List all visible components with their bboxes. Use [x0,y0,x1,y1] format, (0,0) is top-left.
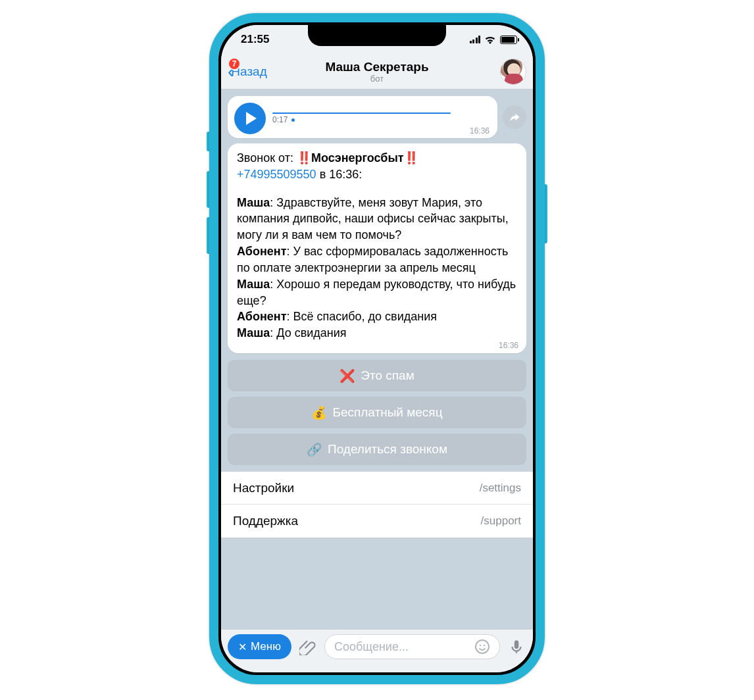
transcript-line: Маша: До свидания [237,325,517,341]
notch [308,25,446,46]
status-time: 21:55 [241,33,269,46]
transcript-line: Маша: Здравствуйте, меня зовут Мария, эт… [237,195,517,243]
nav-bar: ‹ Назад 7 Маша Секретарь бот [221,54,533,89]
chat-area[interactable]: 0:17 16:36 Звонок от: ‼️Мосэнергосбыт‼️ [221,89,533,629]
nav-title: Маша Секретарь бот [221,60,533,84]
free-month-button[interactable]: 💰 Бесплатный месяц [228,397,526,428]
cellular-signal-icon [470,36,481,43]
status-right [470,36,518,44]
command-label: Настройки [233,481,294,495]
svg-point-0 [476,640,489,653]
share-call-button[interactable]: 🔗 Поделиться звонком [228,434,526,465]
transcript-header: Звонок от: ‼️Мосэнергосбыт‼️ [237,150,517,166]
transcript-line: Абонент: Всё спасибо, до свидания [237,309,517,325]
money-icon: 💰 [311,405,327,420]
share-call-button-label: Поделиться звонком [328,442,447,457]
message-time: 16:36 [470,126,490,136]
command-row[interactable]: Поддержка/support [221,505,533,538]
speaker-name: Маша [237,278,270,291]
transcript-bubble[interactable]: Звонок от: ‼️Мосэнергосбыт‼️ +7499550955… [228,143,526,353]
paperclip-icon [299,638,316,655]
menu-button[interactable]: ✕ Меню [228,634,291,659]
input-bar: ✕ Меню Сообщение... [221,629,533,672]
unread-badge: 7 [228,57,241,70]
cross-icon: ❌ [339,368,355,384]
svg-point-1 [480,645,481,646]
bangbang-icon: ‼️ [297,151,311,164]
phone-frame: 21:55 ‹ Назад 7 Маша Секретарь бот [209,13,545,684]
voice-message-row: 0:17 16:36 [228,96,526,138]
unplayed-dot-icon [291,118,295,122]
voice-message-bubble[interactable]: 0:17 16:36 [228,96,497,138]
back-button[interactable]: ‹ Назад 7 [228,63,267,81]
phone-link[interactable]: +74995509550 [237,168,316,181]
message-placeholder: Сообщение... [334,640,409,654]
chat-subtitle: бот [221,74,533,84]
forward-icon [509,111,520,123]
message-input[interactable]: Сообщение... [324,634,500,659]
command-panel: Настройки/settingsПоддержка/support [221,472,533,538]
spam-button[interactable]: ❌ Это спам [228,360,526,391]
command-row[interactable]: Настройки/settings [221,472,533,505]
transcript-line: Абонент: У вас сформировалась задолженно… [237,243,517,276]
phone-mockup: 21:55 ‹ Назад 7 Маша Секретарь бот [209,13,545,684]
message-time: 16:36 [499,340,518,351]
svg-point-2 [484,645,485,646]
command-slash: /support [481,514,521,528]
call-time: 16:36 [329,168,359,181]
caller-name: Мосэнергосбыт [311,151,404,164]
attach-button[interactable] [298,637,318,657]
voice-waveform[interactable]: 0:17 [272,113,490,124]
spam-button-label: Это спам [361,368,414,383]
voice-duration: 0:17 [272,115,288,124]
wifi-icon [484,36,496,44]
bangbang-icon: ‼️ [404,151,418,164]
microphone-icon [508,638,525,655]
transcript-line: Маша: Хорошо я передам руководству, что … [237,276,517,309]
speaker-name: Маша [237,326,270,339]
battery-icon [500,36,517,44]
sticker-icon[interactable] [474,639,490,655]
screen: 21:55 ‹ Назад 7 Маша Секретарь бот [221,25,533,672]
command-slash: /settings [480,482,521,495]
free-month-button-label: Бесплатный месяц [332,405,442,420]
link-icon: 🔗 [307,442,322,457]
avatar[interactable] [500,59,526,85]
menu-button-label: Меню [251,640,281,653]
speaker-name: Абонент [237,310,286,323]
speaker-name: Маша [237,196,270,209]
play-button[interactable] [234,103,266,134]
transcript-lines: Маша: Здравствуйте, меня зовут Мария, эт… [237,195,517,341]
voice-record-button[interactable] [507,637,526,657]
speaker-name: Абонент [237,245,286,258]
close-icon: ✕ [238,641,247,653]
transcript-subheader: +74995509550 в 16:36: [237,166,517,183]
forward-button[interactable] [503,105,526,129]
command-label: Поддержка [233,514,298,528]
chat-title: Маша Секретарь [221,60,533,74]
